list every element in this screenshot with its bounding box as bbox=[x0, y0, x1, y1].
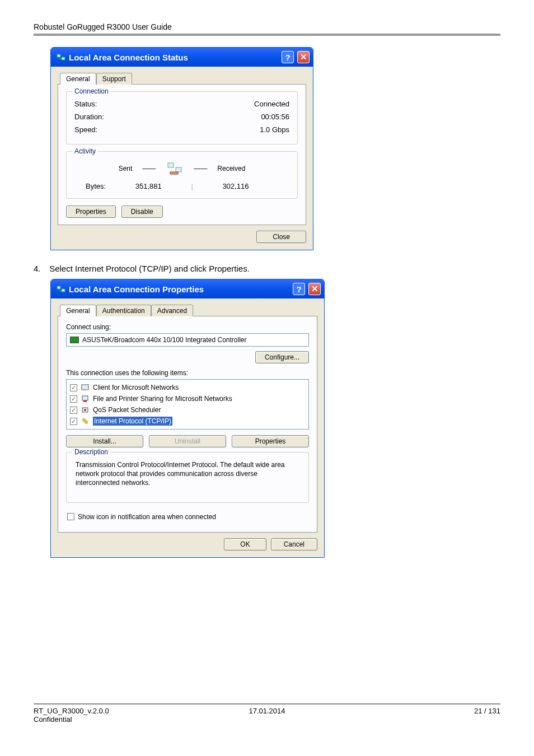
footer-rule bbox=[34, 703, 500, 704]
svg-rect-3 bbox=[176, 167, 181, 172]
tab-general[interactable]: General bbox=[60, 305, 96, 316]
footer-date: 17.01.2014 bbox=[189, 707, 345, 724]
step-4-text: Select Internet Protocol (TCP/IP) and cl… bbox=[49, 264, 250, 273]
properties-dialog: Local Area Connection Properties ? ✕ Gen… bbox=[50, 279, 325, 558]
description-legend: Description bbox=[72, 448, 110, 456]
item-label: QoS Packet Scheduler bbox=[93, 406, 161, 414]
recv-line: —— bbox=[194, 165, 207, 172]
svg-rect-5 bbox=[57, 286, 60, 289]
cancel-button[interactable]: Cancel bbox=[271, 538, 317, 550]
footer-confidential: Confidential bbox=[34, 715, 189, 724]
doc-header: Robustel GoRugged R3000 User Guide bbox=[34, 22, 500, 31]
svg-point-11 bbox=[84, 409, 86, 411]
connect-using-label: Connect using: bbox=[66, 323, 309, 331]
list-item[interactable]: ✓ Client for Microsoft Networks bbox=[67, 382, 308, 393]
speed-label: Speed: bbox=[74, 125, 97, 134]
items-list[interactable]: ✓ Client for Microsoft Networks ✓ File a… bbox=[66, 379, 309, 430]
status-value: Connected bbox=[254, 100, 289, 108]
header-rule bbox=[34, 34, 500, 36]
properties-button[interactable]: Properties bbox=[66, 206, 116, 218]
duration-label: Duration: bbox=[74, 113, 104, 121]
status-tabs: General Support bbox=[58, 72, 306, 84]
client-icon bbox=[81, 383, 90, 392]
help-button[interactable]: ? bbox=[282, 51, 294, 63]
svg-rect-8 bbox=[82, 396, 88, 400]
adapter-field[interactable]: ASUSTeK/Broadcom 440x 10/100 Integrated … bbox=[66, 333, 309, 347]
activity-icon bbox=[166, 161, 184, 176]
disable-button[interactable]: Disable bbox=[121, 206, 163, 218]
qos-icon bbox=[81, 405, 90, 414]
adapter-name: ASUSTeK/Broadcom 440x 10/100 Integrated … bbox=[82, 336, 247, 344]
show-icon-label: Show icon in notification area when conn… bbox=[78, 513, 216, 521]
step-4: 4. Select Internet Protocol (TCP/IP) and… bbox=[34, 264, 500, 273]
items-label: This connection uses the following items… bbox=[66, 369, 309, 377]
install-button[interactable]: Install... bbox=[66, 435, 143, 447]
checkbox[interactable]: ✓ bbox=[70, 407, 77, 414]
status-row: Status: Connected bbox=[74, 97, 289, 110]
tab-advanced[interactable]: Advanced bbox=[151, 305, 193, 316]
help-button[interactable]: ? bbox=[293, 283, 305, 295]
activity-legend: Activity bbox=[72, 147, 98, 155]
checkbox[interactable]: ✓ bbox=[70, 384, 77, 391]
bytes-sent: 351,881 bbox=[106, 182, 191, 190]
item-label: Client for Microsoft Networks bbox=[93, 384, 179, 391]
activity-group: Activity Sent —— —— Received bbox=[66, 151, 298, 199]
tab-support[interactable]: Support bbox=[96, 73, 132, 85]
list-item[interactable]: ✓ Internet Protocol (TCP/IP) bbox=[67, 416, 308, 427]
network-icon bbox=[57, 53, 65, 62]
duration-row: Duration: 00:05:56 bbox=[74, 110, 289, 123]
close-dialog-button[interactable]: Close bbox=[256, 231, 306, 243]
fileshare-icon bbox=[81, 394, 90, 403]
svg-rect-0 bbox=[57, 54, 60, 57]
footer-version: RT_UG_R3000_v.2.0.0 bbox=[34, 707, 189, 715]
speed-value: 1.0 Gbps bbox=[260, 125, 289, 134]
sent-line: —— bbox=[142, 165, 156, 172]
props-tabs: General Authentication Advanced bbox=[58, 304, 317, 316]
props-titlebar[interactable]: Local Area Connection Properties ? ✕ bbox=[51, 279, 324, 298]
checkbox[interactable]: ✓ bbox=[70, 418, 77, 425]
close-button[interactable]: ✕ bbox=[297, 51, 310, 63]
network-icon bbox=[57, 284, 65, 293]
tab-authentication[interactable]: Authentication bbox=[96, 305, 151, 316]
status-tabpanel: Connection Status: Connected Duration: 0… bbox=[58, 84, 306, 225]
status-title-text: Local Area Connection Status bbox=[69, 53, 188, 62]
tab-general[interactable]: General bbox=[60, 73, 96, 85]
received-label: Received bbox=[217, 165, 245, 172]
item-properties-button[interactable]: Properties bbox=[232, 435, 309, 447]
show-icon-checkbox[interactable]: ✓ bbox=[67, 513, 74, 520]
sent-label: Sent bbox=[119, 165, 133, 172]
svg-rect-1 bbox=[62, 57, 65, 60]
bytes-label: Bytes: bbox=[86, 182, 106, 190]
step-4-num: 4. bbox=[34, 264, 47, 273]
uninstall-button: Uninstall bbox=[149, 435, 226, 447]
description-group: Description Transmission Control Protoco… bbox=[66, 452, 309, 503]
svg-rect-2 bbox=[168, 163, 174, 167]
status-dialog: Local Area Connection Status ? ✕ General… bbox=[50, 47, 313, 250]
list-item[interactable]: ✓ File and Printer Sharing for Microsoft… bbox=[67, 393, 308, 404]
item-label: Internet Protocol (TCP/IP) bbox=[93, 417, 172, 426]
props-tabpanel: Connect using: ASUSTeK/Broadcom 440x 10/… bbox=[58, 316, 317, 533]
item-label: File and Printer Sharing for Microsoft N… bbox=[93, 395, 232, 403]
duration-value: 00:05:56 bbox=[261, 113, 289, 121]
status-label: Status: bbox=[74, 100, 97, 108]
svg-rect-9 bbox=[83, 400, 87, 402]
props-title-text: Local Area Connection Properties bbox=[69, 284, 204, 294]
checkbox[interactable]: ✓ bbox=[70, 395, 77, 403]
nic-icon bbox=[70, 337, 79, 343]
description-text: Transmission Control Protocol/Internet P… bbox=[74, 458, 301, 494]
svg-rect-6 bbox=[62, 289, 65, 292]
footer-page: 21 / 131 bbox=[345, 707, 500, 724]
ok-button[interactable]: OK bbox=[224, 538, 266, 550]
svg-rect-7 bbox=[82, 385, 88, 390]
tcpip-icon bbox=[81, 417, 90, 426]
svg-rect-4 bbox=[170, 172, 178, 174]
page-footer: RT_UG_R3000_v.2.0.0 Confidential 17.01.2… bbox=[0, 703, 534, 735]
connection-legend: Connection bbox=[72, 87, 111, 95]
configure-button[interactable]: Configure... bbox=[255, 351, 309, 363]
bytes-received: 302,116 bbox=[193, 182, 278, 190]
status-titlebar[interactable]: Local Area Connection Status ? ✕ bbox=[51, 48, 313, 67]
connection-group: Connection Status: Connected Duration: 0… bbox=[66, 91, 298, 144]
close-button[interactable]: ✕ bbox=[308, 283, 321, 295]
list-item[interactable]: ✓ QoS Packet Scheduler bbox=[67, 404, 308, 416]
speed-row: Speed: 1.0 Gbps bbox=[74, 123, 289, 136]
